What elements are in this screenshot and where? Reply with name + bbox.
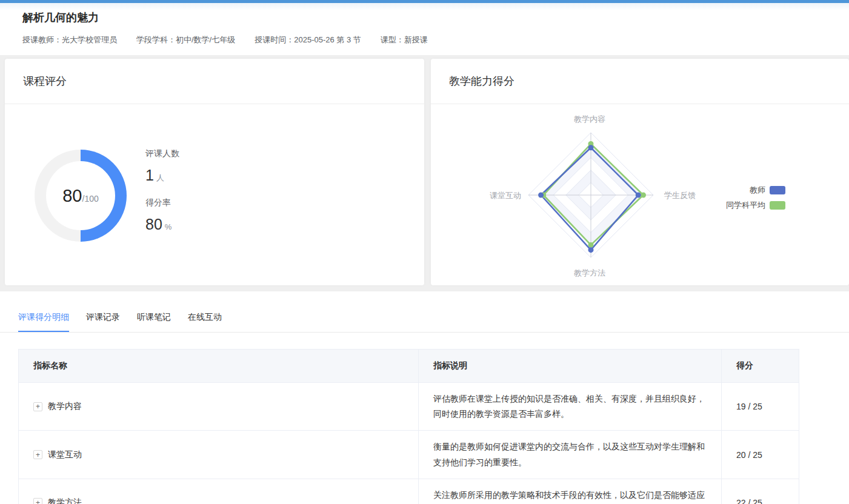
tab-3[interactable]: 在线互动 [188,312,222,332]
radar-legend: 教师 同学科平均 [704,182,785,213]
stat-item: 得分率 80% [145,197,179,233]
indicator-score: 19 / 25 [722,383,799,431]
stat-label: 得分率 [145,197,179,208]
stat-number: 80 [145,216,162,233]
meta-label: 课型： [381,35,404,44]
score-card-title: 课程评分 [23,74,67,88]
score-gauge-ring: 80/100 [35,150,127,242]
teaching-ability-card: 教学能力得分 教学内容 学生反馈 教学方法 课堂互动 教师 同学科平均 [431,59,849,285]
indicator-score: 22 / 25 [722,479,799,504]
legend-item-0[interactable]: 教师 [704,182,785,197]
expand-row-button[interactable]: + [33,450,42,459]
radar-axis-label-right: 学生反馈 [664,190,696,201]
detail-section: 评课得分明细 评课记录 听课笔记 在线互动 指标名称 指标说明 得分 + 教学内… [0,291,849,504]
radar-card-title: 教学能力得分 [449,74,514,88]
indicator-score: 20 / 25 [722,431,799,479]
legend-swatch [770,201,785,210]
stat-value: 1人 [145,167,179,184]
meta-item: 授课教师：光大学校管理员 [22,35,117,45]
course-score-card: 课程评分 80/100 评课人数 1人 得分率 80% [5,59,424,285]
expand-row-button[interactable]: + [33,498,42,504]
stat-unit: 人 [156,173,164,182]
table-row: + 教学内容 评估教师在课堂上传授的知识是否准确、相关、有深度，并且组织良好，同… [19,383,799,431]
score-card-header: 课程评分 [5,59,424,104]
indicator-description: 评估教师在课堂上传授的知识是否准确、相关、有深度，并且组织良好，同时使用的教学资… [419,383,722,431]
legend-swatch [770,186,785,194]
expand-row-button[interactable]: + [33,402,42,411]
score-stats: 评课人数 1人 得分率 80% [145,148,179,247]
column-header-score: 得分 [722,350,799,383]
score-gauge-center: 80/100 [46,161,115,230]
tab-1[interactable]: 评课记录 [86,312,120,332]
column-header-desc: 指标说明 [419,350,722,383]
page-title: 解析几何的魅力 [22,10,99,25]
legend-item-1[interactable]: 同学科平均 [704,197,785,213]
tab-0[interactable]: 评课得分明细 [18,312,69,332]
table-row: + 教学方法 关注教师所采用的教学策略和技术手段的有效性，以及它们是否能够适应不… [19,479,799,504]
score-max: /100 [82,194,99,204]
stat-value: 80% [145,216,179,233]
meta-value: 初中/数学/七年级 [176,35,235,44]
meta-value: 光大学校管理员 [62,35,117,44]
meta-value: 新授课 [404,35,428,44]
radar-chart [521,125,661,265]
stat-label: 评课人数 [145,148,179,159]
radar-axis-label-top: 教学内容 [574,114,605,125]
indicator-name: 课堂互动 [48,449,82,460]
stat-item: 评课人数 1人 [145,148,179,184]
legend-label: 教师 [750,185,765,196]
meta-label: 授课时间： [255,35,294,44]
table-row: + 课堂互动 衡量的是教师如何促进课堂内的交流与合作，以及这些互动对学生理解和支… [19,431,799,479]
column-header-name: 指标名称 [19,350,419,383]
score-detail-table: 指标名称 指标说明 得分 + 教学内容 评估教师在课堂上传授的知识是否准确、相关… [18,349,799,504]
meta-item: 学段学科：初中/数学/七年级 [136,35,235,45]
indicator-description: 衡量的是教师如何促进课堂内的交流与合作，以及这些互动对学生理解和支持他们学习的重… [419,431,722,479]
radar-axis-label-left: 课堂互动 [490,190,521,201]
tabs-bar: 评课得分明细 评课记录 听课笔记 在线互动 [0,291,849,333]
course-header: 解析几何的魅力 授课教师：光大学校管理员 学段学科：初中/数学/七年级 授课时间… [0,3,849,55]
indicator-name: 教学方法 [48,497,82,504]
meta-label: 学段学科： [136,35,176,44]
meta-label: 授课教师： [22,35,62,44]
meta-item: 授课时间：2025-05-26 第 3 节 [255,35,361,45]
header-meta: 授课教师：光大学校管理员 学段学科：初中/数学/七年级 授课时间：2025-05… [22,35,428,45]
stat-number: 1 [145,167,154,184]
meta-value: 2025-05-26 第 3 节 [294,35,361,44]
indicator-description: 关注教师所采用的教学策略和技术手段的有效性，以及它们是否能够适应不同的学习风格和… [419,479,722,504]
meta-item: 课型：新授课 [381,35,428,45]
table-header-row: 指标名称 指标说明 得分 [19,350,799,383]
indicator-name: 教学内容 [48,401,82,412]
tab-2[interactable]: 听课笔记 [137,312,171,332]
radar-card-header: 教学能力得分 [431,59,849,104]
radar-axis-label-bottom: 教学方法 [574,268,605,279]
legend-label: 同学科平均 [726,200,765,211]
score-gauge-chart: 80/100 [35,150,127,242]
stat-unit: % [165,222,172,231]
score-value: 80 [62,186,82,206]
